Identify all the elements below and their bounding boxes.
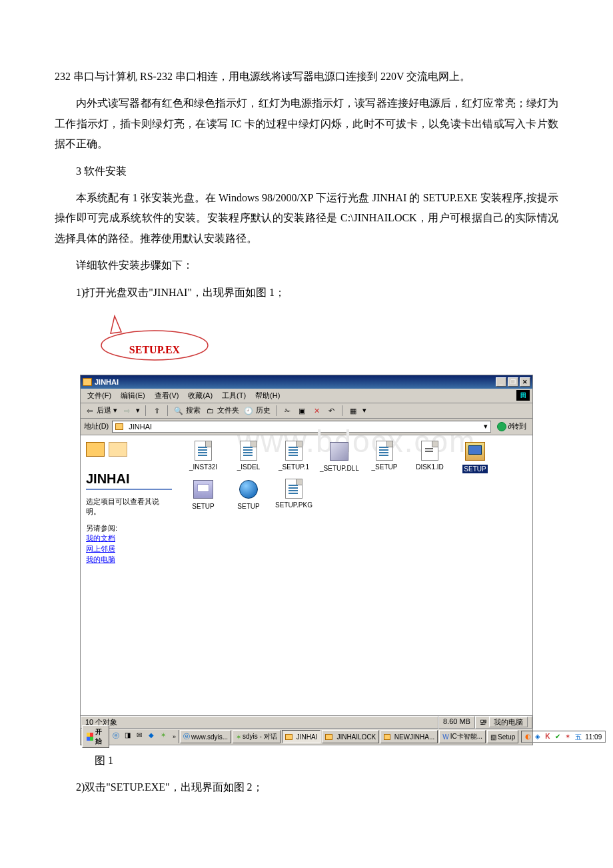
desktop-icon[interactable]: ◨ [125, 731, 135, 742]
link-my-computer[interactable]: 我的电脑 [86, 555, 172, 565]
menu-view[interactable]: 查看(V) [151, 390, 183, 401]
task-button[interactable]: NEWJINHA... [380, 730, 438, 743]
chevron-down-icon: ▾ [136, 406, 140, 415]
status-size: 8.60 MB [438, 716, 475, 729]
file-item[interactable]: _SETUP [365, 441, 404, 473]
back-button[interactable]: ⇦后退▾ [84, 405, 117, 416]
task-button[interactable]: WIC卡智能... [439, 730, 486, 743]
task-button[interactable]: ✶sdyis - 对话 [233, 730, 281, 743]
history-button[interactable]: 🕘历史 [243, 405, 271, 416]
file-item[interactable]: _SETUP.1 [275, 441, 313, 473]
move-to-icon[interactable]: ✁ [282, 405, 293, 416]
menu-file[interactable]: 文件(F) [83, 390, 115, 401]
callout-bubble: SETUP.EX [95, 315, 215, 361]
status-location: 🖳 我的电脑 [475, 716, 532, 729]
para-step2: 2)双击"SETUP.EXE"，出现界面如图 2； [55, 777, 558, 797]
ie-icon[interactable]: ⓔ [113, 731, 123, 742]
menu-edit[interactable]: 编辑(E) [117, 390, 149, 401]
link-network[interactable]: 网上邻居 [86, 544, 172, 554]
tray-icon[interactable]: ◐ [525, 733, 533, 741]
search-icon: 🔍 [173, 405, 184, 416]
app-icon[interactable]: ◆ [149, 731, 159, 742]
task-button[interactable]: ▧Setup [487, 730, 518, 743]
file-setup-selected[interactable]: SETUP [456, 441, 494, 473]
sidebar-tip: 选定项目可以查看其说明。 [86, 497, 172, 517]
heading-install: 3 软件安装 [55, 161, 558, 181]
menu-bar: 文件(F) 编辑(E) 查看(V) 收藏(A) 工具(T) 帮助(H) 田 [81, 389, 532, 403]
folder-open-icon [109, 442, 127, 457]
callout-label: SETUP.EX [95, 340, 215, 360]
menu-tools[interactable]: 工具(T) [218, 390, 250, 401]
tray-icon[interactable]: 五 [575, 733, 583, 741]
folder-icon [115, 423, 123, 430]
address-value: JINHAI [129, 423, 152, 431]
file-item[interactable]: SETUP.PKG [275, 479, 313, 510]
forward-button[interactable]: ⇨ [121, 405, 132, 416]
sidebar-heading: JINHAI [86, 471, 172, 487]
link-my-docs[interactable]: 我的文档 [86, 533, 172, 543]
app-icon[interactable]: ✶ [161, 731, 171, 742]
history-icon: 🕘 [243, 405, 254, 416]
address-bar: 地址(D) JINHAI ▾ ∂转到 [81, 419, 532, 435]
system-tray[interactable]: ◐ ◈ K ✔ ✶ 五 11:09 [521, 731, 606, 743]
file-item[interactable]: DISK1.ID [410, 441, 449, 473]
figure-1-label: 图 1 [95, 751, 558, 771]
windows-flag-icon [87, 733, 93, 741]
tray-icon[interactable]: ✔ [555, 733, 563, 741]
folder-icon [86, 442, 105, 457]
go-icon [497, 422, 506, 431]
file-item[interactable]: _SETUP.DLL [320, 441, 358, 473]
search-button[interactable]: 🔍搜索 [173, 405, 201, 416]
para-step1: 1)打开光盘双击"JINHAI"，出现界面如图 1； [55, 283, 558, 303]
svg-marker-0 [111, 316, 121, 333]
go-button[interactable]: ∂转到 [494, 421, 529, 431]
sidebar: JINHAI 选定项目可以查看其说明。 另请参阅: 我的文档 网上邻居 我的电脑 [81, 435, 177, 715]
file-item[interactable]: SETUP [184, 479, 223, 510]
folders-button[interactable]: 🗀文件夹 [205, 405, 239, 416]
chevron-down-icon: ▾ [113, 406, 117, 415]
address-input[interactable]: JINHAI ▾ [112, 421, 490, 433]
file-item[interactable]: SETUP [229, 479, 268, 510]
folder-icon [384, 734, 390, 740]
file-item[interactable]: _ISDEL [229, 441, 268, 473]
chevron-down-icon: ▾ [362, 406, 366, 415]
para-cd: 本系统配有 1 张安装光盘。在 Windows 98/2000/XP 下运行光盘… [55, 188, 558, 249]
folder-icon [83, 378, 92, 386]
tray-icon[interactable]: ◈ [535, 733, 543, 741]
task-button-active[interactable]: JINHAI [282, 730, 321, 743]
explorer-window: JINHAI _ ❐ ✕ 文件(F) 编辑(E) 查看(V) 收藏(A) 工具(… [80, 375, 533, 745]
chevron-down-icon[interactable]: ▾ [484, 422, 488, 431]
file-item[interactable]: _INST32I [184, 441, 223, 473]
up-button[interactable]: ⇧ [151, 405, 162, 416]
undo-icon[interactable]: ↶ [326, 405, 336, 416]
tray-icon[interactable]: ✶ [565, 733, 573, 741]
folder-icon [285, 734, 293, 740]
taskbar: 开始 ⓔ ◨ ✉ ◆ ✶ » ⓔwww.sdyis... ✶sdyis - 对话… [81, 729, 532, 745]
back-arrow-icon: ⇦ [84, 405, 95, 416]
copy-to-icon[interactable]: ▣ [297, 405, 307, 416]
oe-icon[interactable]: ✉ [137, 731, 147, 742]
para-led: 内外式读写器都有红色和绿色指示灯，红灯为电源指示灯，读写器连接好电源后，红灯应常… [55, 93, 558, 154]
setup-icon: ▧ [490, 733, 496, 741]
task-buttons: ⓔwww.sdyis... ✶sdyis - 对话 JINHAI JINHAIL… [179, 730, 520, 743]
titlebar[interactable]: JINHAI _ ❐ ✕ [81, 375, 532, 389]
para-steps: 详细软件安装步骤如下： [55, 255, 558, 275]
task-button[interactable]: JINHAILOCK [322, 730, 379, 743]
file-pane[interactable]: www.bdocx.com _INST32I _ISDEL _SETUP.1 _… [177, 435, 532, 715]
word-icon: W [442, 733, 448, 741]
window-title: JINHAI [95, 378, 496, 386]
tray-icon[interactable]: K [545, 733, 553, 741]
start-button[interactable]: 开始 [82, 725, 109, 748]
delete-icon[interactable]: ✕ [311, 405, 322, 416]
views-icon[interactable]: ▦ [348, 405, 358, 416]
para-rs232: 232 串口与计算机 RS-232 串口相连，用电源线将读写器电源口连接到 22… [55, 67, 558, 87]
maximize-button[interactable]: ❐ [508, 377, 518, 387]
address-label: 地址(D) [84, 421, 109, 431]
menu-fav[interactable]: 收藏(A) [184, 390, 217, 401]
close-button[interactable]: ✕ [520, 377, 530, 387]
menu-help[interactable]: 帮助(H) [251, 390, 284, 401]
tray-clock[interactable]: 11:09 [585, 733, 602, 741]
minimize-button[interactable]: _ [496, 377, 506, 387]
task-button[interactable]: ⓔwww.sdyis... [180, 730, 231, 743]
quick-launch: ⓔ ◨ ✉ ◆ ✶ » [111, 730, 179, 743]
